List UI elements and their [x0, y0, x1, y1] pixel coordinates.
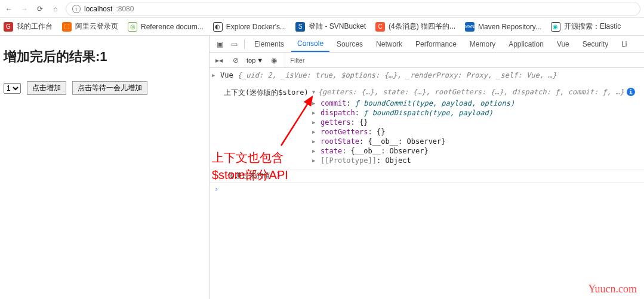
- console-sidebar-icon[interactable]: ▸◂: [213, 56, 225, 64]
- number-select[interactable]: 1: [4, 83, 21, 94]
- prop-dispatch[interactable]: ▶ dispatch: ƒ boundDispatch(type, payloa…: [209, 108, 644, 118]
- nav-forward-icon[interactable]: →: [19, 4, 30, 14]
- context-label: 上下文(迷你版的$store): [224, 88, 309, 98]
- prop-val: {__ob__: Observer}: [368, 137, 445, 146]
- prop-key: [[Prototype]]: [321, 156, 377, 165]
- divider: [244, 39, 245, 49]
- context-preview: {getters: {…}, state: {…}, rootGetters: …: [318, 88, 624, 96]
- bookmark-label: Reference docum...: [141, 23, 204, 31]
- bookmark-icon: MVN: [465, 22, 474, 32]
- page-controls: 1 点击增加 点击等待一会儿增加: [4, 81, 205, 95]
- tab-network[interactable]: Network: [370, 36, 408, 52]
- bookmark-label: 登陆 - SVNBucket: [309, 21, 366, 32]
- bookmark-icon: ◉: [551, 22, 560, 32]
- bookmark-icon: G: [4, 22, 13, 32]
- url-bar[interactable]: i localhost:8080: [66, 2, 640, 16]
- site-info-icon[interactable]: i: [72, 5, 81, 13]
- tab-security[interactable]: Security: [577, 36, 614, 52]
- wait-add-button[interactable]: 点击等待一会儿增加: [72, 81, 147, 95]
- bookmark-icon: S: [295, 22, 305, 32]
- clear-console-icon[interactable]: ⊘: [230, 56, 242, 64]
- expand-icon[interactable]: ▶: [312, 118, 318, 125]
- expand-icon[interactable]: ▶: [312, 128, 318, 135]
- prop-state[interactable]: ▶ state: {__ob__: Observer}: [209, 146, 644, 156]
- console-prompt[interactable]: ›: [209, 183, 644, 196]
- object-preview: {_uid: 2, _isVue: true, $options: {…}, _…: [238, 71, 557, 79]
- bookmark-item[interactable]: ◉ 开源搜索：Elastic: [551, 21, 621, 32]
- device-icon[interactable]: ▭: [227, 40, 241, 48]
- watermark: Yuucn.com: [588, 283, 637, 295]
- prop-rootGetters[interactable]: ▶ rootGetters: {}: [209, 127, 644, 137]
- tab-performance[interactable]: Performance: [409, 36, 463, 52]
- expand-icon[interactable]: ▼: [312, 88, 318, 95]
- heading-prefix: 增加完后的结果:: [4, 49, 100, 64]
- bookmark-icon: ◐: [213, 22, 223, 32]
- console-output: ▶ Vue {_uid: 2, _isVue: true, $options: …: [209, 68, 644, 299]
- devtools-panel: ▣ ▭ Elements Console Sources Network Per…: [209, 36, 644, 299]
- expand-icon[interactable]: ▶: [312, 99, 318, 106]
- bookmark-item[interactable]: G 我的工作台: [4, 21, 53, 32]
- log-label: 传递过来的值: [227, 171, 270, 181]
- console-toolbar: ▸◂ ⊘ top ▼ ◉: [209, 53, 644, 68]
- prop-val: {}: [377, 128, 385, 136]
- expand-icon[interactable]: ▶: [312, 137, 318, 144]
- prop-val: {__ob__: Observer}: [351, 147, 429, 155]
- bookmark-label: 阿里云登录页: [75, 21, 118, 32]
- url-host: localhost: [84, 5, 112, 13]
- console-entry-vue[interactable]: ▶ Vue {_uid: 2, _isVue: true, $options: …: [209, 70, 644, 80]
- browser-toolbar: ← → ⟳ ⌂ i localhost:8080: [0, 0, 644, 18]
- tab-more[interactable]: Li: [615, 36, 633, 52]
- prop-rootState[interactable]: ▶ rootState: {__ob__: Observer}: [209, 137, 644, 146]
- bookmark-item[interactable]: S 登陆 - SVNBucket: [295, 21, 366, 32]
- expand-icon[interactable]: ▶: [312, 156, 318, 164]
- add-button[interactable]: 点击增加: [27, 81, 66, 95]
- bookmark-item[interactable]: ◎ Reference docum...: [128, 22, 204, 32]
- prop-key: rootState: [321, 137, 359, 146]
- bookmark-item[interactable]: MVN Maven Repository...: [465, 22, 541, 32]
- info-badge-icon[interactable]: i: [627, 88, 635, 96]
- bookmark-icon: ◎: [128, 22, 137, 32]
- log-value: 1: [276, 171, 281, 179]
- prop-prototype[interactable]: ▶ [[Prototype]]: Object: [209, 156, 644, 165]
- main-area: 增加完后的结果:1 1 点击增加 点击等待一会儿增加 ▣ ▭ Elements …: [0, 36, 644, 299]
- prop-key: rootGetters: [321, 128, 368, 136]
- bookmark-icon: 〔〕: [62, 22, 72, 32]
- nav-home-icon[interactable]: ⌂: [50, 4, 61, 14]
- tab-memory[interactable]: Memory: [464, 36, 501, 52]
- console-entry-context: 上下文(迷你版的$store) ▼ {getters: {…}, state: …: [209, 87, 644, 98]
- bookmark-icon: C: [375, 22, 385, 32]
- context-selector[interactable]: top ▼: [246, 57, 263, 64]
- prop-val: ƒ boundCommit(type, payload, options): [355, 99, 514, 107]
- tab-console[interactable]: Console: [291, 36, 329, 52]
- live-expression-icon[interactable]: ◉: [268, 56, 280, 64]
- bookmark-label: Maven Repository...: [478, 23, 541, 31]
- nav-back-icon[interactable]: ←: [4, 4, 14, 14]
- tab-sources[interactable]: Sources: [331, 36, 369, 52]
- filter-input[interactable]: [285, 53, 644, 67]
- expand-icon[interactable]: ▶: [312, 109, 318, 116]
- tab-application[interactable]: Application: [503, 36, 550, 52]
- context-selector-label: top: [246, 57, 255, 64]
- bookmark-item[interactable]: ◐ Explore Docker's...: [213, 22, 286, 32]
- inspect-icon[interactable]: ▣: [213, 40, 226, 48]
- prop-val: Object: [385, 156, 411, 165]
- bookmark-label: 我的工作台: [17, 21, 53, 32]
- expand-icon[interactable]: ▶: [212, 71, 218, 78]
- prop-commit[interactable]: ▶ commit: ƒ boundCommit(type, payload, o…: [209, 98, 644, 108]
- prop-key: state: [321, 147, 342, 155]
- page-content: 增加完后的结果:1 1 点击增加 点击等待一会儿增加: [0, 36, 209, 299]
- bookmark-item[interactable]: C (4条消息) 猫四爷的...: [375, 21, 455, 32]
- prop-getters[interactable]: ▶ getters: {}: [209, 118, 644, 127]
- expand-icon[interactable]: ▶: [312, 147, 318, 154]
- bookmark-item[interactable]: 〔〕 阿里云登录页: [62, 21, 118, 32]
- bookmark-label: (4条消息) 猫四爷的...: [389, 21, 455, 32]
- heading-value: 1: [100, 49, 107, 64]
- tab-vue[interactable]: Vue: [551, 36, 575, 52]
- bookmarks-bar: G 我的工作台 〔〕 阿里云登录页 ◎ Reference docum... ◐…: [0, 18, 644, 36]
- nav-reload-icon[interactable]: ⟳: [35, 4, 45, 14]
- prop-key: commit: [321, 99, 346, 107]
- object-name: Vue: [220, 71, 238, 79]
- devtools-tabs: ▣ ▭ Elements Console Sources Network Per…: [209, 36, 644, 53]
- prop-key: dispatch: [321, 109, 355, 117]
- tab-elements[interactable]: Elements: [248, 36, 290, 52]
